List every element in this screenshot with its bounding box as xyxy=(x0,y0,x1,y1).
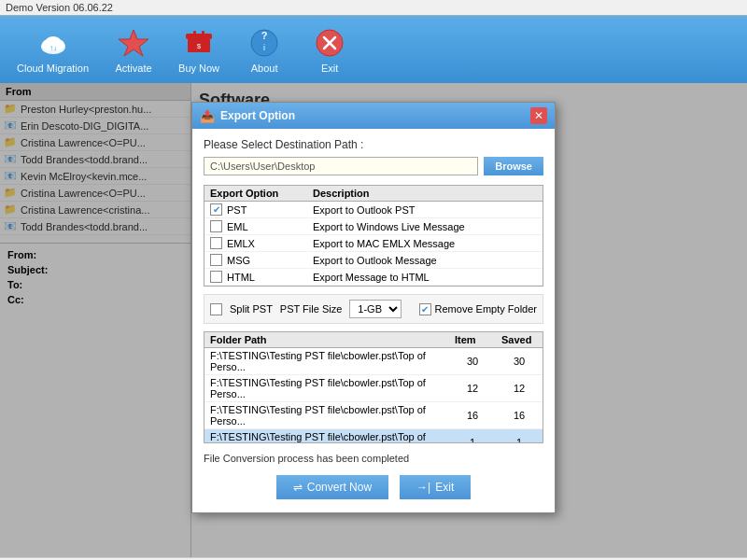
buy-now-icon: $ xyxy=(182,26,216,60)
msg-checkbox[interactable] xyxy=(210,254,222,266)
exit-toolbar-button[interactable]: Exit xyxy=(302,22,358,77)
buy-now-button[interactable]: $ Buy Now xyxy=(171,22,227,77)
about-button[interactable]: ? i About xyxy=(236,22,292,77)
activate-icon xyxy=(117,26,150,60)
exit-dialog-icon: →| xyxy=(416,481,430,494)
table-row[interactable]: F:\TESTING\Testing PST file\cbowler.pst\… xyxy=(204,429,543,444)
activate-button[interactable]: Activate xyxy=(106,22,162,77)
table-row[interactable]: F:\TESTING\Testing PST file\cbowler.pst\… xyxy=(204,348,543,375)
svg-rect-9 xyxy=(202,31,204,36)
convert-icon: ⇌ xyxy=(293,481,303,494)
pst-file-size-select[interactable]: 1-GB 2-GB 4-GB xyxy=(349,300,402,318)
dialog-title-bar: 📤 Export Option ✕ xyxy=(192,103,555,129)
cloud-migration-button[interactable]: ↑↓ Cloud Migration xyxy=(9,22,96,77)
pst-file-size-label: PST File Size xyxy=(280,303,342,315)
activate-label: Activate xyxy=(115,63,151,74)
export-dialog: 📤 Export Option ✕ Please Select Destinat… xyxy=(191,102,556,513)
remove-empty-row: ✔ Remove Empty Folder xyxy=(419,303,537,315)
modal-overlay: 📤 Export Option ✕ Please Select Destinat… xyxy=(0,83,747,557)
path-row: Browse xyxy=(204,157,543,175)
main-content: From 📁 Preston Hurley<preston.hu... 📧 Er… xyxy=(0,83,747,557)
about-icon: ? i xyxy=(247,26,281,60)
folder-table-container: Folder Path Item Saved F:\TESTING\Testin… xyxy=(204,331,543,443)
svg-text:?: ? xyxy=(261,30,268,41)
remove-empty-label: Remove Empty Folder xyxy=(435,303,537,315)
exit-dialog-button[interactable]: →| Exit xyxy=(400,475,471,499)
toolbar: ↑↓ Cloud Migration Activate $ Buy Now xyxy=(0,16,747,83)
cloud-migration-icon: ↑↓ xyxy=(36,26,70,60)
about-label: About xyxy=(251,63,278,74)
export-option-emlx[interactable]: EMLX Export to MAC EMLX Message xyxy=(204,235,543,252)
export-option-msg[interactable]: MSG Export to Outlook Message xyxy=(204,252,543,269)
action-buttons: ⇌ Convert Now →| Exit xyxy=(204,468,543,503)
svg-text:i: i xyxy=(263,43,265,52)
exit-icon xyxy=(313,26,346,60)
destination-label: Please Select Destination Path : xyxy=(204,138,543,151)
title-bar-text: Demo Version 06.06.22 xyxy=(6,2,113,13)
exit-label: Exit xyxy=(321,63,338,74)
split-pst-row: Split PST PST File Size 1-GB 2-GB 4-GB ✔… xyxy=(204,294,543,324)
emlx-checkbox[interactable] xyxy=(210,237,222,249)
folder-table: Folder Path Item Saved F:\TESTING\Testin… xyxy=(204,332,543,443)
export-options-header: Export Option Description xyxy=(204,186,543,202)
eml-checkbox[interactable] xyxy=(210,220,222,232)
html-checkbox[interactable] xyxy=(210,271,222,283)
svg-text:$: $ xyxy=(197,42,202,50)
browse-button[interactable]: Browse xyxy=(484,157,543,175)
svg-rect-6 xyxy=(186,34,212,39)
split-pst-label: Split PST xyxy=(230,303,273,315)
remove-empty-checkbox[interactable]: ✔ xyxy=(419,303,431,315)
export-options-container: Export Option Description ✔ PST Export t… xyxy=(204,185,543,287)
pst-checkbox[interactable]: ✔ xyxy=(210,203,222,216)
export-option-pst[interactable]: ✔ PST Export to Outlook PST xyxy=(204,202,543,218)
item-header: Item xyxy=(449,332,496,348)
dialog-title-text: Export Option xyxy=(220,109,295,122)
buy-now-label: Buy Now xyxy=(178,63,219,74)
table-row[interactable]: F:\TESTING\Testing PST file\cbowler.pst\… xyxy=(204,402,543,429)
export-option-eml[interactable]: EML Export to Windows Live Message xyxy=(204,218,543,235)
table-row[interactable]: F:\TESTING\Testing PST file\cbowler.pst\… xyxy=(204,375,543,402)
saved-header: Saved xyxy=(496,332,543,348)
split-pst-checkbox[interactable] xyxy=(210,303,222,315)
dialog-close-button[interactable]: ✕ xyxy=(530,107,547,124)
dialog-body: Please Select Destination Path : Browse … xyxy=(192,129,555,512)
status-text: File Conversion process has been complet… xyxy=(204,449,543,468)
cloud-migration-label: Cloud Migration xyxy=(17,63,89,74)
title-bar: Demo Version 06.06.22 xyxy=(0,0,747,16)
dialog-title-icon: 📤 xyxy=(200,109,215,123)
export-option-html[interactable]: HTML Export Message to HTML xyxy=(204,269,543,286)
convert-now-button[interactable]: ⇌ Convert Now xyxy=(276,475,388,499)
svg-text:↑↓: ↑↓ xyxy=(49,44,57,52)
path-input[interactable] xyxy=(204,157,478,175)
svg-rect-8 xyxy=(193,31,196,36)
svg-marker-5 xyxy=(119,30,148,56)
folder-path-header: Folder Path xyxy=(204,332,449,348)
